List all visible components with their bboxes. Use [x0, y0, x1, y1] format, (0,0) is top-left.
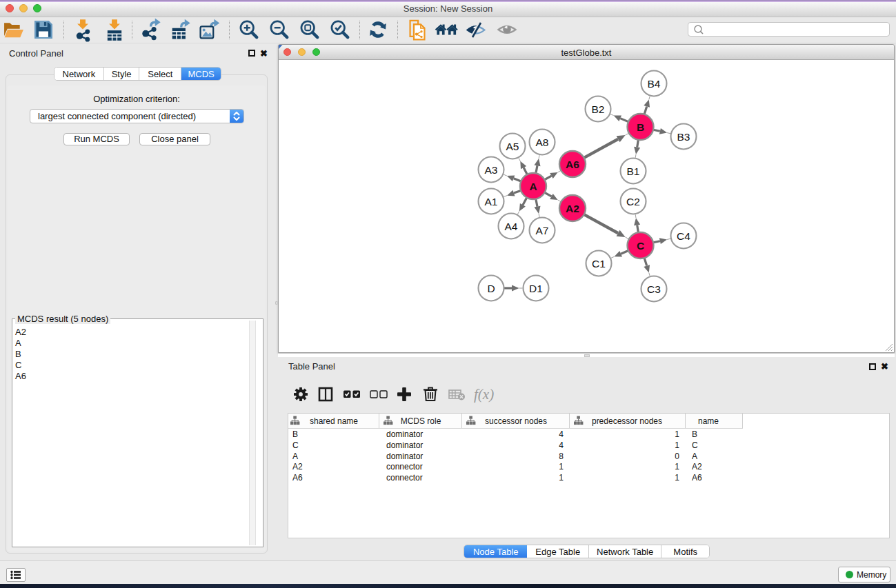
svg-text:A1: A1 [485, 196, 498, 207]
svg-text:B4: B4 [648, 78, 661, 90]
svg-text:A4: A4 [505, 221, 518, 232]
svg-text:B: B [292, 429, 298, 439]
svg-text:B1: B1 [627, 165, 640, 177]
svg-text:connector: connector [386, 473, 423, 483]
svg-text:D1: D1 [529, 283, 543, 294]
svg-text:C3: C3 [647, 283, 661, 295]
svg-text:B: B [692, 429, 697, 439]
svg-text:4: 4 [559, 440, 564, 450]
svg-text:C: C [637, 240, 644, 252]
svg-text:MCDS role: MCDS role [401, 416, 441, 426]
svg-text:1: 1 [675, 429, 679, 439]
svg-text:A6: A6 [566, 159, 579, 170]
svg-text:A: A [292, 452, 298, 461]
svg-text:successor nodes: successor nodes [485, 416, 547, 426]
svg-text:connector: connector [386, 462, 423, 472]
svg-text:predecessor nodes: predecessor nodes [592, 416, 662, 426]
svg-text:shared name: shared name [310, 416, 358, 426]
svg-text:dominator: dominator [386, 429, 423, 439]
svg-text:C: C [292, 440, 299, 450]
svg-text:A8: A8 [536, 136, 549, 148]
svg-text:name: name [698, 416, 719, 426]
svg-text:A2: A2 [692, 462, 702, 472]
svg-text:D: D [487, 283, 495, 294]
svg-text:A5: A5 [506, 141, 519, 152]
svg-text:1: 1 [675, 473, 679, 483]
svg-text:1: 1 [675, 440, 679, 450]
svg-text:8: 8 [559, 452, 564, 461]
svg-text:A: A [692, 452, 697, 461]
svg-text:C1: C1 [592, 258, 606, 270]
svg-text:A6: A6 [292, 473, 303, 483]
svg-text:C2: C2 [626, 196, 640, 207]
svg-text:dominator: dominator [386, 440, 423, 450]
svg-text:A7: A7 [536, 225, 549, 236]
svg-text:4: 4 [559, 429, 564, 439]
svg-text:B: B [637, 121, 644, 133]
svg-text:A6: A6 [692, 473, 702, 483]
svg-text:B2: B2 [592, 103, 605, 115]
svg-text:C4: C4 [677, 230, 690, 242]
svg-text:1: 1 [559, 462, 564, 472]
svg-text:A2: A2 [566, 203, 579, 214]
svg-text:0: 0 [675, 452, 679, 461]
svg-text:A3: A3 [485, 164, 498, 176]
svg-text:f(x): f(x) [474, 386, 494, 403]
svg-text:1: 1 [559, 473, 564, 483]
svg-text:A2: A2 [292, 462, 303, 472]
svg-text:B3: B3 [677, 131, 690, 143]
svg-text:A: A [529, 181, 537, 192]
svg-text:C: C [692, 440, 698, 450]
svg-text:1: 1 [675, 462, 679, 472]
svg-text:dominator: dominator [386, 452, 423, 461]
